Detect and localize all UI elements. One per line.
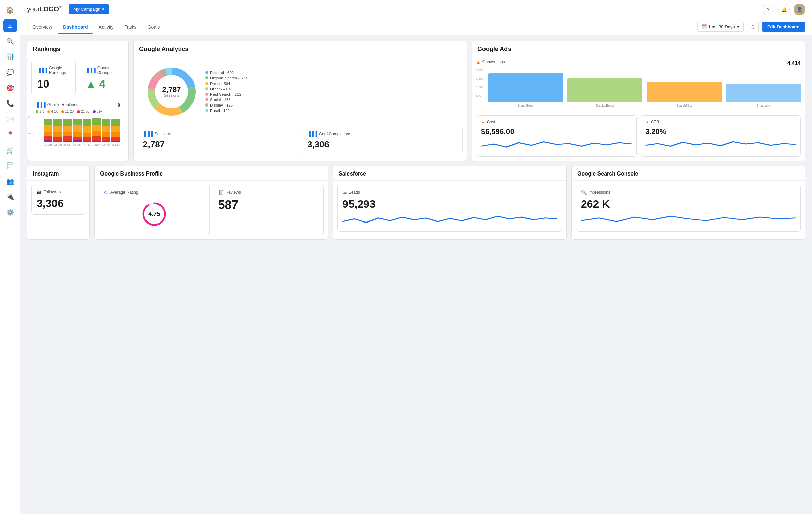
cost-sparkline <box>481 137 632 151</box>
ctr-sparkline <box>645 137 796 151</box>
google-rankings-value: 10 <box>37 78 70 90</box>
ga-sessions-value: 2,787 <box>143 139 293 150</box>
gbp-title: Google Business Profile <box>95 166 328 181</box>
ads-inner: ▲ Conversions 4,414 2000 1,500 1,000 <box>472 56 805 161</box>
ads-cost-value: $6,596.00 <box>481 127 632 136</box>
gsc-impressions-value: 262 K <box>581 198 796 210</box>
sidebar-icon-plugin[interactable]: 🔌 <box>3 190 17 204</box>
notifications-button[interactable]: 🔔 <box>778 4 790 15</box>
leads-widget: ☁ Leads 95,293 <box>337 185 562 232</box>
bar-chart-icon-2: ▐▐▐ <box>86 68 96 73</box>
impressions-sparkline <box>581 212 796 225</box>
google-change-label: ▐▐▐ Google Change <box>86 66 118 75</box>
google-rankings-label: ▐▐▐ Google Rankings <box>37 66 70 75</box>
calendar-icon: 📅 <box>702 24 707 29</box>
reviews-icon: 📋 <box>218 190 224 195</box>
salesforce-title: Salesforce <box>333 166 566 181</box>
logo-bold: LOGO <box>40 5 59 13</box>
salesforce-section: Salesforce ☁ Leads 95,293 <box>333 166 567 240</box>
topbar-right: ? 🔔 👤 <box>763 4 805 15</box>
instagram-title: Instagram <box>27 166 89 181</box>
sidebar-icon-target[interactable]: 🎯 <box>3 81 17 95</box>
google-change-value: ▲ 4 <box>86 78 118 90</box>
ga-goals-widget: ▐▐▐ Goal Completions 3,306 <box>302 127 463 154</box>
ads-title: Google Ads <box>472 41 805 56</box>
ga-title: Google Analytics <box>134 41 467 56</box>
rankings-legend: 1-3 4-10 11-20 21-50 51+ <box>36 110 120 113</box>
sidebar-icon-cart[interactable]: 🛒 <box>3 143 17 157</box>
donut-center: 2,787 Sessions <box>162 86 181 97</box>
date-filter-button[interactable]: 📅 Last 30 Days ▾ <box>697 22 744 32</box>
sidebar-icon-users[interactable]: 👥 <box>3 174 17 188</box>
date-label: Last 30 Days <box>709 24 735 29</box>
tab-activity[interactable]: Activity <box>93 20 119 34</box>
donut-legend: Referral - 602 Organic Search - 573 Dire… <box>205 71 247 113</box>
campaign-button[interactable]: My Campaign ▾ <box>69 4 109 14</box>
rankings-inner: ▐▐▐ Google Rankings 10 ▐▐▐ Google Change <box>27 56 128 152</box>
conv-bar-chart: 2000 1,500 1,000 500 <box>476 69 801 113</box>
sidebar-icon-location[interactable]: 📍 <box>3 128 17 141</box>
sidebar-icon-home[interactable]: 🏠 <box>3 3 17 17</box>
stacked-bars <box>44 115 120 142</box>
reviews-value: 587 <box>218 198 319 212</box>
rankings-title: Rankings <box>27 41 128 56</box>
sidebar-icon-settings[interactable]: ⚙️ <box>3 206 17 219</box>
conv-bar-4 <box>726 69 801 102</box>
salesforce-widgets: ☁ Leads 95,293 <box>333 181 566 236</box>
sidebar-icon-mail[interactable]: ✉️ <box>3 112 17 126</box>
dashboard-content: Rankings ▐▐▐ Google Rankings 10 <box>20 35 812 514</box>
logo-light: your <box>27 5 40 13</box>
tab-goals[interactable]: Goals <box>142 20 165 34</box>
gauge-container: 4.75 <box>104 198 205 230</box>
sidebar-icon-search[interactable]: 🔍 <box>3 34 17 48</box>
gsc-title: Google Search Console <box>572 166 805 181</box>
gsc-widgets: 🔍 Impressions 262 K <box>572 181 805 236</box>
x-axis-labels: 18 Oct 22 Oct 26 Oct 30 Oct 4 Nov 8 Nov … <box>44 143 120 146</box>
sidebar-icon-chat[interactable]: 💬 <box>3 66 17 79</box>
sidebar: 🏠 ⊞ 🔍 📊 💬 🎯 📞 ✉️ 📍 🛒 📄 👥 🔌 ⚙️ <box>0 0 20 514</box>
gsc-section: Google Search Console 🔍 Impressions 262 … <box>571 166 805 240</box>
sidebar-icon-grid[interactable]: ⊞ <box>3 19 17 32</box>
sidebar-icon-doc[interactable]: 📄 <box>3 159 17 172</box>
avg-rating-widget: 🏷 Average Rating 4.75 <box>99 185 210 235</box>
ads-ctr-widget: ▲ CTR 3.20% <box>640 115 801 157</box>
bar-chart-icon-3: ▐▐▐ <box>36 102 46 108</box>
tab-tasks[interactable]: Tasks <box>119 20 142 34</box>
instagram-followers-value: 3,306 <box>37 197 80 210</box>
avatar[interactable]: 👤 <box>794 4 805 15</box>
avg-rating-value: 4.75 <box>148 211 160 218</box>
conv-bar-1 <box>488 69 563 102</box>
instagram-icon: 📷 <box>37 190 42 194</box>
ads-top: ▲ Conversions 4,414 2000 1,500 1,000 <box>472 56 805 113</box>
gbp-section: Google Business Profile 🏷 Average Rating <box>94 166 328 240</box>
rankings-top-row: ▐▐▐ Google Rankings 10 ▐▐▐ Google Change <box>31 61 124 95</box>
ga-inner: 2,787 Sessions Referral - 602 Organic Se… <box>134 56 467 158</box>
ga-sessions-area: 2,787 Sessions Referral - 602 Organic Se… <box>134 56 467 127</box>
help-button[interactable]: ? <box>763 4 774 15</box>
tab-dashboard[interactable]: Dashboard <box>58 20 93 34</box>
conv-bar-2 <box>567 69 642 102</box>
topbar: yourLOGO™ My Campaign ▾ ? 🔔 👤 <box>20 0 812 19</box>
donut-chart-container: 2,787 Sessions Referral - 602 Organic Se… <box>139 61 461 123</box>
share-icon: ⬡ <box>751 24 755 30</box>
ga-sessions-widget: ▐▐▐ Sessions 2,787 <box>138 127 298 154</box>
logo-tm: ™ <box>59 6 62 9</box>
salesforce-icon: ☁ <box>342 190 347 195</box>
sidebar-icon-phone[interactable]: 📞 <box>3 97 17 110</box>
ads-cost-widget: ▲ Cost $6,596.00 <box>476 115 637 157</box>
logo: yourLOGO™ <box>27 5 62 13</box>
sidebar-icon-chart[interactable]: 📊 <box>3 50 17 64</box>
share-button[interactable]: ⬡ <box>747 22 759 32</box>
donut-total: 2,787 <box>162 86 181 93</box>
cost-icon: ▲ <box>481 120 485 124</box>
leads-sparkline <box>342 212 557 225</box>
edit-dashboard-button[interactable]: Edit Dashboard <box>762 22 805 32</box>
tab-overview[interactable]: Overview <box>27 20 58 34</box>
impressions-widget: 🔍 Impressions 262 K <box>576 185 801 232</box>
main-area: yourLOGO™ My Campaign ▾ ? 🔔 👤 Overview D… <box>20 0 812 514</box>
salesforce-leads-value: 95,293 <box>342 198 557 210</box>
conv-bars-row <box>488 69 801 102</box>
ads-ctr-value: 3.20% <box>645 127 796 136</box>
rating-gauge: 4.75 <box>141 201 168 228</box>
google-ads-section: Google Ads ▲ Conversions 4,414 <box>472 41 805 161</box>
